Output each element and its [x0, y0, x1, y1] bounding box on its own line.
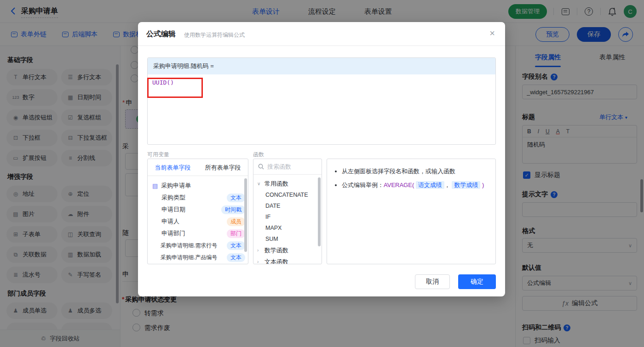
function-item[interactable]: CONCATENATE	[257, 189, 320, 200]
variables-label: 可用变量	[147, 151, 169, 159]
type-badge: 文本	[227, 193, 245, 202]
variable-name: 申请日期	[161, 205, 185, 214]
example-separator: ，	[444, 182, 450, 188]
confirm-button[interactable]: 确定	[458, 274, 496, 289]
variable-name: 申请人	[161, 217, 179, 226]
function-item[interactable]: IF	[257, 211, 320, 222]
help-list: 从左侧面板选择字段名和函数，或输入函数 公式编辑举例：AVERAGE( 语文成绩…	[327, 159, 495, 199]
annotation-red-box	[147, 78, 203, 98]
group-label: 数学函数	[264, 246, 288, 255]
functions-panel: ∨ 常用函数 CONCATENATE DATE IF MAPX SUM › 数学…	[253, 159, 322, 264]
example-label: 公式编辑举例：	[342, 182, 384, 188]
tab-current-form-fields[interactable]: 当前表单字段	[148, 159, 198, 176]
functions-tree: ∨ 常用函数 CONCATENATE DATE IF MAPX SUM › 数学…	[253, 175, 322, 264]
type-badge: 部门	[227, 229, 245, 238]
functions-scrollbar[interactable]	[318, 177, 321, 246]
variable-name: 采购申请明细.需求行号	[161, 242, 217, 250]
variables-tabs: 当前表单字段 所有表单字段	[148, 159, 248, 176]
function-search	[253, 159, 322, 175]
modal-subtitle: 使用数学运算符编辑公式	[184, 31, 245, 39]
search-icon	[258, 164, 264, 170]
example-fn-close: )	[482, 182, 484, 188]
variables-panel: 当前表单字段 所有表单字段 ▤ 采购申请单 采购类型 文本 申请日期 时间戳 申…	[147, 159, 248, 264]
variables-scrollbar[interactable]	[244, 178, 247, 252]
type-badge: 文本	[227, 241, 245, 250]
cancel-button[interactable]: 取消	[415, 274, 450, 289]
function-item[interactable]: MAPX	[257, 222, 320, 233]
functions-label: 函数	[253, 151, 264, 159]
variable-name: 申请部门	[161, 229, 185, 238]
tree-root[interactable]: ▤ 采购申请单	[152, 180, 245, 192]
formula-target: 采购申请明细.随机码 =	[148, 58, 495, 74]
group-label: 文本函数	[264, 258, 288, 265]
function-item[interactable]: SUM	[257, 233, 320, 245]
form-file-icon: ▤	[152, 182, 158, 189]
chevron-down-icon: ∨	[257, 181, 262, 186]
modal-title: 公式编辑	[146, 29, 176, 39]
variable-item[interactable]: 采购类型 文本	[152, 192, 245, 204]
variable-name: 采购类型	[161, 193, 185, 202]
help-line-1: 从左侧面板选择字段名和函数，或输入函数	[342, 165, 488, 177]
variable-item[interactable]: 申请日期 时间戳	[152, 204, 245, 216]
variable-item[interactable]: 申请部门 部门	[152, 228, 245, 239]
function-group-common[interactable]: ∨ 常用函数	[257, 178, 320, 189]
chevron-right-icon: ›	[257, 248, 262, 253]
close-icon[interactable]: ×	[489, 28, 495, 38]
type-badge: 成员	[227, 217, 245, 226]
variable-item[interactable]: 申请人 成员	[152, 216, 245, 228]
formula-edit-modal: 公式编辑 使用数学运算符编辑公式 × 采购申请明细.随机码 = UUID() 可…	[138, 22, 505, 296]
variables-tree: ▤ 采购申请单 采购类型 文本 申请日期 时间戳 申请人 成员 申请部门 部	[148, 176, 248, 263]
help-line-2: 公式编辑举例：AVERAGE( 语文成绩， 数学成绩 )	[342, 179, 488, 191]
search-input[interactable]	[267, 163, 313, 170]
tab-all-form-fields[interactable]: 所有表单字段	[198, 159, 248, 176]
group-label: 常用函数	[264, 180, 288, 188]
formula-help-panel: 从左侧面板选择字段名和函数，或输入函数 公式编辑举例：AVERAGE( 语文成绩…	[327, 159, 496, 264]
app-root: 采购申请单 表单设计 流程设定 表单设置 数据管理 ? C 表单外链	[0, 0, 644, 347]
function-group-text[interactable]: › 文本函数	[257, 256, 320, 264]
example-fn-open: AVERAGE(	[384, 182, 414, 188]
function-item[interactable]: DATE	[257, 200, 320, 211]
modal-footer: 取消 确定	[415, 274, 496, 289]
variable-name: 采购申请明细.产品编号	[161, 254, 217, 262]
variable-item[interactable]: 采购申请明细.需求行号 文本	[152, 239, 245, 251]
tree-root-label: 采购申请单	[161, 182, 191, 190]
function-group-math[interactable]: › 数学函数	[257, 245, 320, 256]
formula-editor[interactable]: 采购申请明细.随机码 = UUID()	[147, 57, 496, 145]
chevron-right-icon: ›	[257, 259, 262, 264]
example-chip-chinese: 语文成绩	[416, 181, 444, 189]
variable-item[interactable]: 采购申请明细.产品编号 文本	[152, 251, 245, 263]
type-badge: 文本	[227, 253, 245, 262]
example-chip-math: 数学成绩	[452, 181, 480, 189]
modal-header: 公式编辑 使用数学运算符编辑公式 ×	[138, 22, 505, 46]
type-badge: 时间戳	[221, 205, 245, 214]
